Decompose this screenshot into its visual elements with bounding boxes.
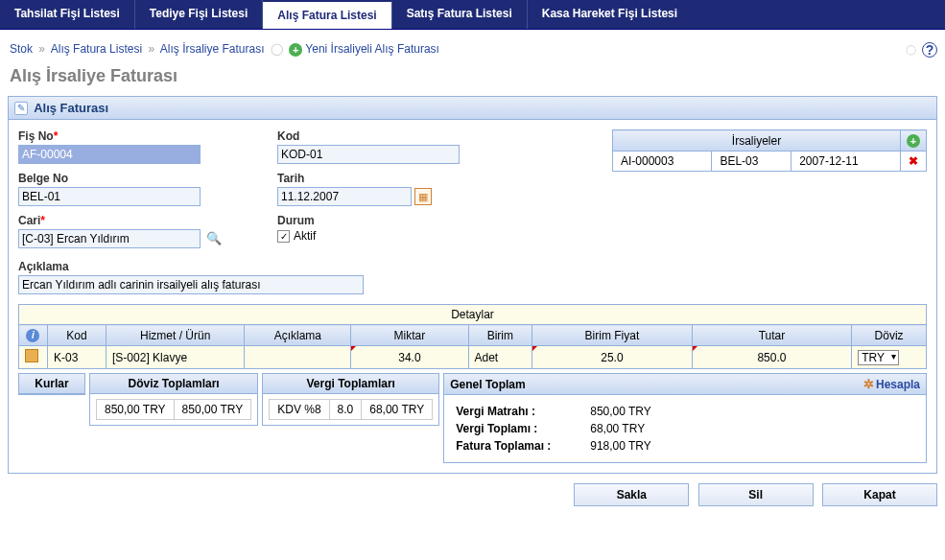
status-circle-icon: ◯: [906, 44, 916, 55]
vergi-toplam-title: Vergi Toplamları: [263, 374, 438, 394]
gear-icon: ✲: [863, 377, 874, 391]
matrah-value: 850,00 TRY: [590, 405, 651, 418]
breadcrumb: ? ◯ Stok » Alış Fatura Listesi » Alış İr…: [8, 37, 937, 64]
tab-bar: Tahsilat Fişi Listesi Tediye Fişi Listes…: [0, 0, 945, 30]
action-bar: Sakla Sil Kapat: [8, 474, 937, 508]
col-hizmet: Hizmet / Ürün: [106, 325, 245, 346]
det-birim: Adet: [468, 346, 532, 369]
irs-cell-1: BEL-03: [712, 152, 791, 172]
doviz-select[interactable]: TRY: [858, 350, 899, 365]
document-icon: ✎: [14, 102, 28, 115]
calendar-icon[interactable]: ▦: [414, 188, 432, 205]
hesapla-button[interactable]: ✲Hesapla: [863, 377, 920, 391]
doviz-top-0: 850,00 TRY: [97, 400, 175, 420]
tarih-label: Tarih: [277, 172, 469, 185]
col-aciklama: Açıklama: [245, 325, 351, 346]
product-icon: [25, 349, 38, 362]
sakla-button[interactable]: Sakla: [574, 483, 689, 506]
durum-label: Durum: [277, 214, 469, 227]
fis-no-label: Fiş No*: [18, 129, 248, 143]
plus-icon: +: [289, 43, 302, 57]
search-icon[interactable]: 🔍: [206, 231, 222, 245]
genel-toplam-title: Genel Toplam: [450, 378, 525, 391]
col-miktar: Miktar: [351, 325, 468, 346]
col-doviz: Döviz: [852, 325, 927, 346]
col-tutar: Tutar: [692, 325, 852, 346]
fatura-value: 918,00 TRY: [590, 439, 651, 453]
doviz-toplam-title: Döviz Toplamları: [90, 374, 257, 394]
irs-cell-2: 2007-12-11: [791, 152, 901, 172]
kod-label: Kod: [277, 129, 469, 143]
delete-irsaliye-icon[interactable]: ✖: [901, 152, 927, 172]
col-birim: Birim: [468, 325, 532, 346]
aciklama-label: Açıklama: [18, 260, 927, 273]
tarih-input[interactable]: [277, 187, 412, 206]
col-kod: Kod: [47, 325, 106, 346]
panel-title: Alış Faturası: [34, 101, 108, 115]
detail-row: K-03 [S-002] Klavye 34.0 Adet 25.0 850.0…: [19, 346, 927, 369]
det-miktar[interactable]: 34.0: [351, 346, 468, 369]
cari-label: Cari*: [18, 214, 248, 227]
tab-tahsilat[interactable]: Tahsilat Fişi Listesi: [0, 0, 135, 29]
det-birim-fiyat[interactable]: 25.0: [532, 346, 693, 369]
help-icon[interactable]: ?: [922, 42, 937, 58]
matrah-label: Vergi Matrahı :: [456, 405, 571, 418]
det-tutar[interactable]: 850.0: [692, 346, 852, 369]
vergi-label: Vergi Toplamı :: [456, 422, 571, 435]
det-doviz-cell: TRY: [852, 346, 927, 369]
belge-no-input[interactable]: [18, 187, 201, 206]
cari-input[interactable]: [18, 229, 201, 248]
durum-checkbox[interactable]: ✓: [277, 230, 290, 243]
irsaliyeler-table: İrsaliyeler + AI-000003 BEL-03 2007-12-1…: [612, 129, 927, 172]
kapat-button[interactable]: Kapat: [822, 483, 937, 506]
main-panel: ✎ Alış Faturası Fiş No* Belge No Cari*: [8, 96, 937, 475]
bc-stok[interactable]: Stok: [10, 42, 33, 56]
det-aciklama[interactable]: [245, 346, 351, 369]
kod-input[interactable]: [277, 145, 460, 164]
bc-alis-irsaliye-faturasi[interactable]: Alış İrsaliye Faturası: [160, 42, 265, 56]
aciklama-input[interactable]: [18, 275, 364, 294]
add-irsaliye-icon[interactable]: +: [907, 134, 920, 148]
durum-option: Aktif: [294, 229, 316, 243]
tab-kasa[interactable]: Kasa Hareket Fişi Listesi: [528, 0, 692, 29]
irs-cell-0: AI-000003: [613, 152, 712, 172]
irsaliye-row: AI-000003 BEL-03 2007-12-11 ✖: [613, 152, 927, 172]
col-birim-fiyat: Birim Fiyat: [532, 325, 693, 346]
vergi-top-0: KDV %8: [270, 400, 329, 420]
detaylar-table: Detaylar i Kod Hizmet / Ürün Açıklama Mi…: [18, 304, 927, 369]
kurlar-label: Kurlar: [19, 374, 84, 394]
bc-alis-fatura-listesi[interactable]: Alış Fatura Listesi: [51, 42, 142, 56]
det-hizmet: [S-002] Klavye: [106, 346, 245, 369]
det-kod: K-03: [47, 346, 106, 369]
irsaliyeler-title: İrsaliyeler: [732, 134, 781, 148]
tab-satis-fatura[interactable]: Satış Fatura Listesi: [392, 0, 528, 29]
fis-no-input[interactable]: [18, 145, 201, 164]
vergi-value: 68,00 TRY: [590, 422, 645, 435]
sil-button[interactable]: Sil: [698, 483, 814, 506]
fatura-label: Fatura Toplamaı :: [456, 439, 571, 453]
vergi-top-1: 8.0: [329, 400, 362, 420]
bc-yeni-irsaliyeli[interactable]: Yeni İrsaliyeli Alış Faturası: [305, 42, 439, 56]
belge-no-label: Belge No: [18, 172, 248, 185]
tab-tediye[interactable]: Tediye Fişi Listesi: [135, 0, 263, 29]
info-icon: i: [26, 329, 39, 342]
detaylar-title: Detaylar: [19, 305, 927, 325]
panel-header: ✎ Alış Faturası: [9, 97, 936, 121]
tab-alis-fatura[interactable]: Alış Fatura Listesi: [263, 0, 391, 29]
page-title: Alış İrsaliye Faturası: [8, 64, 937, 96]
vergi-top-2: 68,00 TRY: [362, 400, 433, 420]
doviz-top-1: 850,00 TRY: [174, 400, 251, 420]
